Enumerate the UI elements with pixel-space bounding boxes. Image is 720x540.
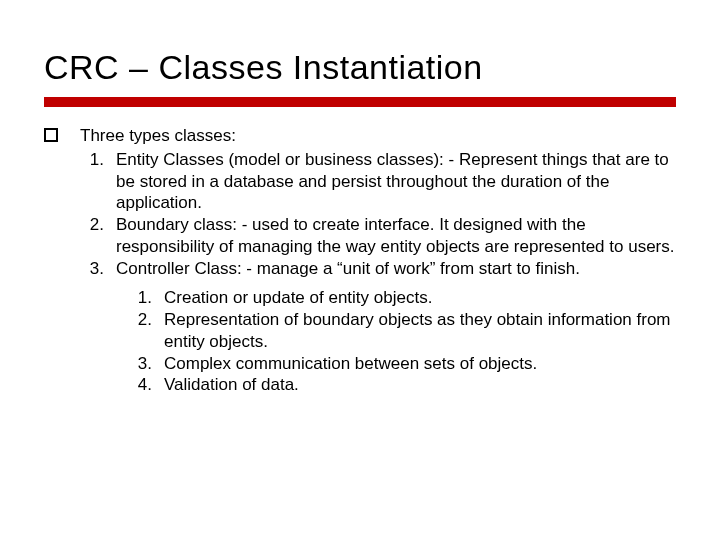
list-text: Boundary class: - used to create interfa… [110, 214, 676, 258]
list-item: 2. Representation of boundary objects as… [128, 309, 676, 353]
bullet-level1: Three types classes: [44, 125, 676, 147]
slide: CRC – Classes Instantiation Three types … [0, 0, 720, 540]
list-number: 2. [80, 214, 110, 258]
list-number: 3. [128, 353, 158, 375]
list-text: Controller Class: - manage a “unit of wo… [110, 258, 676, 280]
list-number: 1. [128, 287, 158, 309]
list-item: 1. Entity Classes (model or business cla… [80, 149, 676, 214]
list-item: 2. Boundary class: - used to create inte… [80, 214, 676, 258]
bullet-text: Three types classes: [80, 125, 236, 147]
numbered-list-level3: 1. Creation or update of entity objects.… [128, 287, 676, 396]
list-text: Representation of boundary objects as th… [158, 309, 676, 353]
list-text: Validation of data. [158, 374, 676, 396]
numbered-list-level2: 1. Entity Classes (model or business cla… [80, 149, 676, 280]
list-item: 1. Creation or update of entity objects. [128, 287, 676, 309]
list-item: 3. Controller Class: - manage a “unit of… [80, 258, 676, 280]
list-item: 4. Validation of data. [128, 374, 676, 396]
slide-body: Three types classes: 1. Entity Classes (… [44, 125, 676, 396]
list-number: 4. [128, 374, 158, 396]
list-number: 3. [80, 258, 110, 280]
square-bullet-icon [44, 128, 58, 142]
list-text: Complex communication between sets of ob… [158, 353, 676, 375]
list-text: Creation or update of entity objects. [158, 287, 676, 309]
list-number: 1. [80, 149, 110, 214]
list-number: 2. [128, 309, 158, 353]
list-text: Entity Classes (model or business classe… [110, 149, 676, 214]
title-underline [44, 97, 676, 107]
list-item: 3. Complex communication between sets of… [128, 353, 676, 375]
slide-title: CRC – Classes Instantiation [44, 48, 676, 87]
